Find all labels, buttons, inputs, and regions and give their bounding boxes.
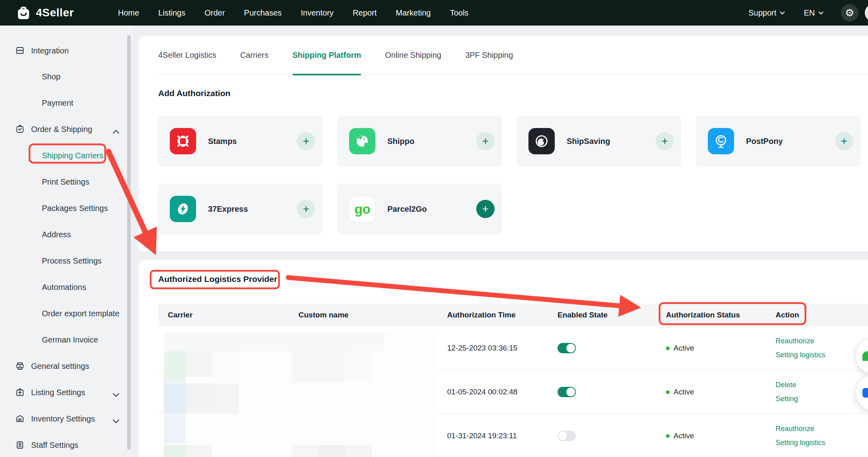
col-header-authorization-status: Authorization Status xyxy=(666,304,740,326)
status-dot-icon xyxy=(666,390,670,394)
reauthorize-link[interactable]: Reauthorize xyxy=(776,425,825,433)
sidebar-item-label: Shop xyxy=(42,72,61,81)
provider-name: Parcel2Go xyxy=(387,183,427,234)
enabled-toggle[interactable] xyxy=(558,343,576,353)
authorization-time: 01-31-2024 19:23:11 xyxy=(447,414,517,457)
provider-card-shipsaving[interactable]: ShipSaving + xyxy=(516,116,681,167)
add-shipsaving-button[interactable]: + xyxy=(656,132,674,150)
messenger-icon xyxy=(862,388,868,398)
nav-item-purchases[interactable]: Purchases xyxy=(244,8,282,18)
chevron-down-icon xyxy=(780,11,785,15)
delete-link[interactable]: Delete xyxy=(776,381,798,389)
col-header-action: Action xyxy=(776,304,799,326)
add-parcel2go-button[interactable]: + xyxy=(476,200,495,218)
provider-name: Stamps xyxy=(208,116,237,167)
carrier-tabs: 4Seller Logistics Carriers Shipping Plat… xyxy=(158,36,868,75)
sidebar-item-automations[interactable]: Automations xyxy=(0,281,133,293)
nav-item-tools[interactable]: Tools xyxy=(450,8,469,18)
sidebar-item-shipping-carriers[interactable]: Shipping Carriers xyxy=(0,150,133,162)
avatar[interactable] xyxy=(865,4,868,22)
shipping-platform-panel: 4Seller Logistics Carriers Shipping Plat… xyxy=(139,36,868,251)
setting-logistics-link[interactable]: Setting logistics xyxy=(776,439,825,447)
sidebar-item-staff-settings[interactable]: Staff Settings xyxy=(0,439,133,451)
col-header-carrier: Carrier xyxy=(168,304,192,326)
enabled-toggle[interactable] xyxy=(558,431,576,441)
language-label: EN xyxy=(804,8,815,18)
settings-sidebar: Integration Shop Payment Order & Shippin… xyxy=(0,26,133,457)
col-header-custom-name: Custom name xyxy=(298,304,349,326)
gear-icon: ⚙ xyxy=(845,8,854,18)
sidebar-scrollbar[interactable] xyxy=(127,35,131,450)
support-menu[interactable]: Support xyxy=(748,0,785,26)
provider-name: ShipSaving xyxy=(567,116,610,167)
add-37express-button[interactable]: + xyxy=(297,200,315,218)
authorization-time: 12-25-2023 03:36:15 xyxy=(447,326,517,370)
add-shippo-button[interactable]: + xyxy=(476,132,495,150)
tab-4seller-logistics[interactable]: 4Seller Logistics xyxy=(158,36,216,75)
id-card-icon xyxy=(15,440,25,450)
tab-shipping-platform[interactable]: Shipping Platform xyxy=(293,36,361,75)
nav-item-order[interactable]: Order xyxy=(204,8,225,18)
inventory-box-icon xyxy=(15,414,25,424)
setting-logistics-link[interactable]: Setting logistics xyxy=(776,351,825,359)
add-postpony-button[interactable]: + xyxy=(835,132,853,150)
sidebar-item-shop[interactable]: Shop xyxy=(0,71,133,83)
language-menu[interactable]: EN xyxy=(804,0,824,26)
tab-online-shipping[interactable]: Online Shipping xyxy=(385,36,441,75)
sidebar-item-general-settings[interactable]: General settings xyxy=(0,360,133,372)
nav-item-listings[interactable]: Listings xyxy=(158,8,185,18)
shopping-bag-icon xyxy=(15,124,25,134)
setting-link[interactable]: Setting xyxy=(776,395,798,403)
sidebar-item-label: Payment xyxy=(42,98,73,108)
settings-gear-button[interactable]: ⚙ xyxy=(841,4,858,22)
provider-card-parcel2go[interactable]: go Parcel2Go + xyxy=(337,183,502,234)
provider-card-stamps[interactable]: Stamps + xyxy=(158,116,323,167)
authorized-logistics-panel: Authorized Logistics Provider Carrier Cu… xyxy=(139,260,868,457)
parcel2go-logo-icon: go xyxy=(349,196,375,222)
sidebar-item-label: Listing Settings xyxy=(31,388,85,397)
sidebar-item-label: Integration xyxy=(31,46,69,55)
nav-item-inventory[interactable]: Inventory xyxy=(301,8,334,18)
tab-carriers[interactable]: Carriers xyxy=(240,36,269,75)
nav-item-home[interactable]: Home xyxy=(118,8,139,18)
4seller-bag-icon xyxy=(16,6,31,20)
brand-logo[interactable]: 4Seller xyxy=(16,0,74,26)
sidebar-item-label: Process Settings xyxy=(42,256,102,266)
sidebar-item-label: Inventory Settings xyxy=(31,414,95,424)
provider-card-37express[interactable]: 37Express + xyxy=(158,183,323,234)
sidebar-item-print-settings[interactable]: Print Settings xyxy=(0,176,133,188)
authorization-time: 01-05-2024 00:02:48 xyxy=(447,370,517,414)
chevron-down-icon xyxy=(818,11,824,15)
provider-card-shippo[interactable]: Shippo + xyxy=(337,116,502,167)
tab-3pf-shipping[interactable]: 3PF Shipping xyxy=(465,36,513,75)
storefront-icon xyxy=(15,46,25,55)
top-navigation-bar: 4Seller Home Listings Order Purchases In… xyxy=(0,0,868,26)
sidebar-item-order-shipping[interactable]: Order & Shipping xyxy=(0,123,133,135)
sidebar-item-listing-settings[interactable]: Listing Settings xyxy=(0,386,133,398)
col-header-authorization-time: Authorization Time xyxy=(447,304,516,326)
sidebar-item-label: Order & Shipping xyxy=(31,125,92,134)
provider-card-postpony[interactable]: PostPony + xyxy=(696,116,861,167)
sidebar-item-order-export-template[interactable]: Order export template xyxy=(0,307,133,319)
bag-upload-icon xyxy=(15,388,25,397)
sidebar-item-process-settings[interactable]: Process Settings xyxy=(0,255,133,267)
nav-item-marketing[interactable]: Marketing xyxy=(396,8,431,18)
sidebar-item-german-invoice[interactable]: German Invoice xyxy=(0,334,133,346)
actions-cell: Reauthorize Setting logistics xyxy=(776,326,825,370)
reauthorize-link[interactable]: Reauthorize xyxy=(776,337,825,345)
status-dot-icon xyxy=(666,434,670,438)
enabled-toggle[interactable] xyxy=(558,387,576,397)
status-cell: Active xyxy=(666,326,694,370)
shipsaving-logo-icon xyxy=(528,128,555,154)
redacted-carrier-logos xyxy=(163,332,434,457)
sidebar-item-integration[interactable]: Integration xyxy=(0,45,133,57)
sidebar-item-address[interactable]: Address xyxy=(0,228,133,240)
add-stamps-button[interactable]: + xyxy=(297,132,315,150)
provider-name: 37Express xyxy=(208,183,248,234)
postpony-logo-icon xyxy=(708,128,734,154)
nav-item-report[interactable]: Report xyxy=(353,8,377,18)
sidebar-item-inventory-settings[interactable]: Inventory Settings xyxy=(0,413,133,425)
sidebar-item-payment[interactable]: Payment xyxy=(0,97,133,109)
sidebar-item-packages-settings[interactable]: Packages Settings xyxy=(0,202,133,214)
provider-name: PostPony xyxy=(746,116,783,167)
